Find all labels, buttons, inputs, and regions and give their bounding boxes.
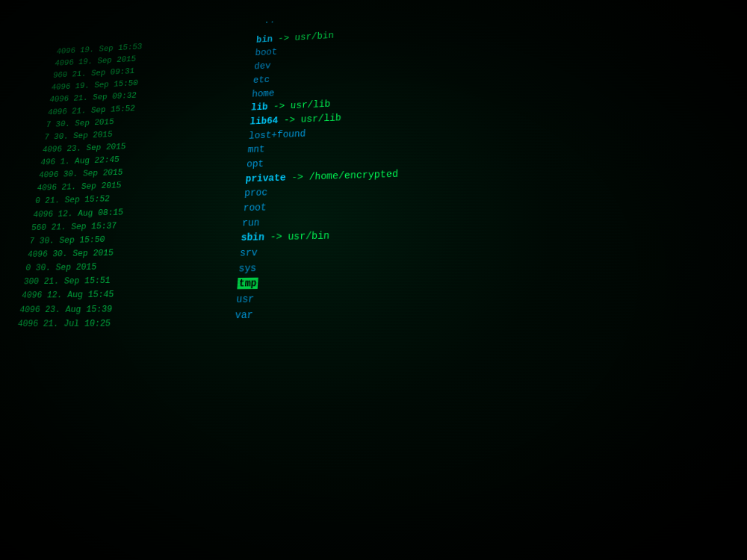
left-line-19: 4096 12. Aug 15:45: [21, 287, 238, 303]
left-line-21: 4096 21. Jul 10:25: [16, 316, 235, 331]
right-column: bin -> usr/binbootdevetchomelib -> usr/l…: [234, 0, 747, 331]
left-column: 4096 19. Sep 15:534096 19. Sep 2015 960 …: [16, 34, 256, 331]
right-line-19: var: [235, 304, 747, 324]
terminal-window: .. 4096 19. Sep 15:534096 19. Sep 2015 9…: [0, 0, 747, 560]
terminal-grid: 4096 19. Sep 15:534096 19. Sep 2015 960 …: [10, 0, 747, 331]
left-line-20: 4096 23. Aug 15:39: [19, 301, 236, 317]
content-area: .. 4096 19. Sep 15:534096 19. Sep 2015 9…: [0, 0, 747, 560]
